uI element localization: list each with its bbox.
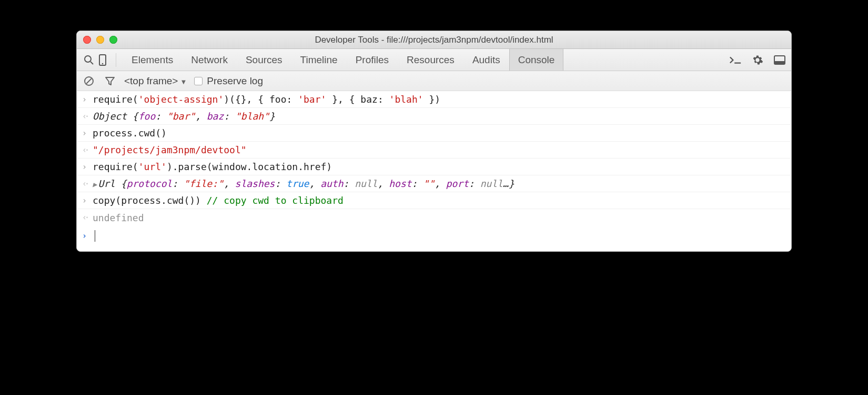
console-prompt-row[interactable]	[77, 226, 791, 251]
console-output-row: ▶Url {protocol: "file:", slashes: true, …	[77, 175, 791, 192]
console-code[interactable]: require('url').parse(window.location.hre…	[93, 161, 332, 172]
console-output-row: Object {foo: "bar", baz: "blah"}	[77, 108, 791, 125]
devtools-window: Developer Tools - file:///projects/jam3n…	[76, 31, 792, 252]
console-input-row: require('object-assign')({}, { foo: 'bar…	[77, 91, 791, 108]
filter-icon[interactable]	[103, 76, 117, 86]
text-cursor	[95, 230, 95, 242]
tab-label: Timeline	[300, 54, 338, 66]
prompt-marker-icon	[82, 231, 93, 241]
tab-label: Elements	[132, 54, 173, 66]
preserve-log-label: Preserve log	[207, 75, 263, 86]
input-marker-icon	[82, 129, 93, 138]
console-input-row: copy(process.cwd()) // copy cwd to clipb…	[77, 192, 791, 209]
window-controls	[83, 36, 117, 44]
console-output: require('object-assign')({}, { foo: 'bar…	[77, 91, 791, 251]
tab-elements[interactable]: Elements	[123, 49, 182, 71]
tab-audits[interactable]: Audits	[463, 49, 509, 71]
tab-label: Network	[191, 54, 228, 66]
preserve-log-toggle[interactable]: Preserve log	[194, 75, 263, 87]
console-input-row: require('url').parse(window.location.hre…	[77, 159, 791, 175]
output-marker-icon	[82, 213, 93, 222]
clear-console-icon[interactable]	[82, 76, 96, 86]
toolbar-divider	[116, 53, 116, 67]
window-title: Developer Tools - file:///projects/jam3n…	[83, 35, 785, 45]
svg-rect-6	[774, 61, 785, 64]
expand-triangle-icon[interactable]: ▶	[93, 180, 97, 189]
tab-console[interactable]: Console	[509, 49, 564, 71]
tab-label: Resources	[407, 54, 455, 66]
tab-label: Profiles	[356, 54, 389, 66]
output-marker-icon	[82, 145, 93, 155]
console-code[interactable]: copy(process.cwd()) // copy cwd to clipb…	[93, 195, 344, 206]
console-result[interactable]: ▶Url {protocol: "file:", slashes: true, …	[93, 178, 514, 189]
output-marker-icon	[82, 112, 93, 121]
console-result[interactable]: undefined	[93, 212, 144, 223]
tab-resources[interactable]: Resources	[398, 49, 463, 71]
console-result[interactable]: Object {foo: "bar", baz: "blah"}	[93, 111, 275, 122]
console-code[interactable]: require('object-assign')({}, { foo: 'bar…	[93, 94, 440, 105]
console-result[interactable]: "/projects/jam3npm/devtool"	[93, 144, 247, 155]
input-marker-icon	[82, 162, 93, 172]
tab-sources[interactable]: Sources	[237, 49, 291, 71]
console-filterbar: <top frame>▼ Preserve log	[77, 71, 791, 91]
chevron-down-icon: ▼	[180, 78, 187, 86]
output-marker-icon	[82, 179, 93, 189]
zoom-icon[interactable]	[109, 36, 117, 44]
tab-network[interactable]: Network	[182, 49, 237, 71]
svg-line-1	[90, 62, 93, 64]
toolbar: Elements Network Sources Timeline Profil…	[77, 49, 791, 71]
close-icon[interactable]	[83, 36, 91, 44]
tab-label: Sources	[246, 54, 282, 66]
gear-icon[interactable]	[751, 54, 764, 66]
tab-label: Console	[518, 54, 555, 66]
console-output-row: "/projects/jam3npm/devtool"	[77, 142, 791, 159]
frame-context-label: <top frame>	[124, 75, 178, 86]
search-icon[interactable]	[82, 55, 96, 65]
tab-profiles[interactable]: Profiles	[347, 49, 398, 71]
titlebar: Developer Tools - file:///projects/jam3n…	[77, 31, 791, 49]
device-icon[interactable]	[96, 54, 109, 66]
console-output-row: undefined	[77, 209, 791, 226]
tab-label: Audits	[472, 54, 500, 66]
svg-line-8	[86, 78, 92, 84]
svg-point-0	[85, 56, 91, 62]
dock-icon[interactable]	[773, 54, 786, 66]
tab-timeline[interactable]: Timeline	[291, 49, 347, 71]
console-code[interactable]: process.cwd()	[93, 127, 167, 139]
frame-context-select[interactable]: <top frame>▼	[124, 75, 187, 87]
console-drawer-icon[interactable]	[729, 54, 742, 66]
svg-point-3	[102, 63, 104, 64]
console-input-row: process.cwd()	[77, 125, 791, 142]
minimize-icon[interactable]	[96, 36, 104, 44]
input-marker-icon	[82, 95, 93, 104]
input-marker-icon	[82, 196, 93, 205]
panel-tabs: Elements Network Sources Timeline Profil…	[123, 49, 563, 71]
checkbox-icon	[194, 77, 203, 85]
